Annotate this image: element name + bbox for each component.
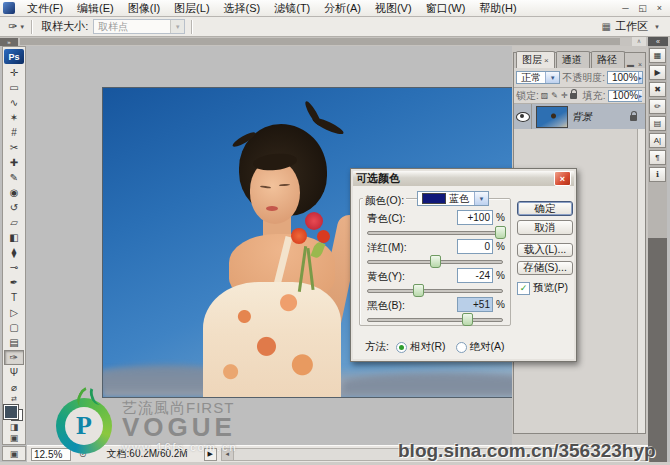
value-input[interactable]: -24 <box>457 268 493 283</box>
zoom-tool[interactable]: ⌀ <box>4 380 24 395</box>
layer-name: 背景 <box>572 110 592 124</box>
menu-layer[interactable]: 图层(L) <box>167 0 216 17</box>
menu-edit[interactable]: 编辑(E) <box>70 0 121 17</box>
load-button[interactable]: 载入(L)... <box>517 243 573 257</box>
dodge-tool[interactable]: ⊸ <box>4 260 24 275</box>
dock-layer-comps-icon[interactable]: ▤ <box>649 116 666 131</box>
slider-thumb[interactable] <box>413 284 424 297</box>
dock-collapse-button[interactable]: « <box>648 37 668 46</box>
slider-track[interactable] <box>367 289 503 293</box>
path-selection-tool[interactable]: ▷ <box>4 305 24 320</box>
relative-radio[interactable]: 相对(R) <box>396 340 446 354</box>
menu-help[interactable]: 帮助(H) <box>472 0 523 17</box>
minimize-button[interactable]: ─ <box>618 2 633 14</box>
eyedropper-tool[interactable]: ✑ <box>4 350 24 365</box>
notes-tool[interactable]: ▤ <box>4 335 24 350</box>
shape-tool[interactable]: ▢ <box>4 320 24 335</box>
quick-selection-tool[interactable]: ✶ <box>4 110 24 125</box>
pen-tool[interactable]: ✒ <box>4 275 24 290</box>
absolute-radio[interactable]: 绝对(A) <box>456 340 505 354</box>
slider-thumb[interactable] <box>430 255 441 268</box>
dock-brushes-icon[interactable]: ✏ <box>649 99 666 114</box>
marquee-tool[interactable]: ▭ <box>4 80 24 95</box>
restore-button[interactable]: ◱ <box>635 2 650 14</box>
separator <box>191 20 193 34</box>
value-input[interactable]: +51 <box>457 297 493 312</box>
type-tool[interactable]: T <box>4 290 24 305</box>
close-button[interactable]: × <box>652 2 667 14</box>
clone-stamp-tool[interactable]: ◉ <box>4 185 24 200</box>
value-input[interactable]: 0 <box>457 239 493 254</box>
hand-tool[interactable]: Ψ <box>4 365 24 380</box>
swap-colors-icon[interactable]: ⇄ <box>4 395 24 403</box>
value-input[interactable]: +100 <box>457 210 493 225</box>
tool-palette: Ps ✛▭∿✶#✂✚✎◉↺▱◧⧫⊸✒T▷▢▤✑Ψ⌀ ⇄ ◨ ▣ <box>2 46 26 445</box>
lasso-tool[interactable]: ∿ <box>4 95 24 110</box>
slider-track[interactable] <box>367 231 503 235</box>
opacity-input[interactable]: 100% ▸ <box>607 71 643 84</box>
slider-thumb[interactable] <box>495 226 506 239</box>
screen-mode-button[interactable]: ▣ <box>4 433 24 444</box>
tab-channels[interactable]: 通道 <box>556 51 590 68</box>
close-icon[interactable]: × <box>554 171 571 186</box>
lock-transparency-icon[interactable]: ▨ <box>541 91 549 100</box>
gradient-tool[interactable]: ◧ <box>4 230 24 245</box>
tab-paths[interactable]: 路径 <box>591 51 625 68</box>
slice-tool[interactable]: ✂ <box>4 140 24 155</box>
layer-row-background[interactable]: 背景 <box>514 104 645 131</box>
chevron-down-icon: ▼ <box>170 20 184 33</box>
save-button[interactable]: 存储(S)... <box>517 261 573 275</box>
menu-analysis[interactable]: 分析(A) <box>317 0 368 17</box>
menu-file[interactable]: 文件(F) <box>20 0 70 17</box>
scroll-up-icon[interactable]: ∧ <box>632 37 646 46</box>
tab-layers[interactable]: 图层× <box>516 51 555 68</box>
menu-view[interactable]: 视图(V) <box>368 0 419 17</box>
tool-preset-arrow-icon[interactable]: ▼ <box>19 24 25 30</box>
dock-info-icon[interactable]: ℹ <box>649 167 666 182</box>
cancel-button[interactable]: 取消 <box>517 220 573 235</box>
quick-mask-button[interactable]: ◨ <box>4 421 24 432</box>
preview-checkbox-row[interactable]: ✓ 预览(P) <box>517 281 568 295</box>
healing-brush-tool[interactable]: ✚ <box>4 155 24 170</box>
eyedropper-icon[interactable]: ✑ <box>8 20 17 33</box>
black-slider-row: 黑色(B): +51 % <box>367 298 503 327</box>
toolbar-expand-button[interactable]: » <box>0 38 18 46</box>
dock-character-icon[interactable]: A| <box>649 133 666 148</box>
fill-input[interactable]: 100% ▸ <box>608 90 642 102</box>
dialog-title-bar[interactable]: 可选颜色 × <box>353 171 574 186</box>
blur-tool[interactable]: ⧫ <box>4 245 24 260</box>
photo-flowers <box>291 228 307 244</box>
panel-scrollbar[interactable] <box>637 129 645 433</box>
crop-tool[interactable]: # <box>4 125 24 140</box>
ok-button[interactable]: 确定 <box>517 201 573 216</box>
dock-paragraph-icon[interactable]: ¶ <box>649 150 666 165</box>
panel-group-controls[interactable]: ▬ × <box>627 61 643 68</box>
eraser-tool[interactable]: ▱ <box>4 215 24 230</box>
menu-window[interactable]: 窗口(W) <box>419 0 473 17</box>
layer-visibility-toggle[interactable] <box>514 104 532 130</box>
layer-thumbnail[interactable] <box>536 106 568 128</box>
menu-image[interactable]: 图像(I) <box>121 0 167 17</box>
slider-thumb[interactable] <box>462 313 473 326</box>
move-tool[interactable]: ✛ <box>4 65 24 80</box>
sample-size-select[interactable]: 取样点 ▼ <box>93 19 185 34</box>
menu-select[interactable]: 选择(S) <box>217 0 268 17</box>
lock-position-icon[interactable]: ✛ <box>561 91 568 100</box>
dock-styles-icon[interactable]: ▶ <box>649 65 666 80</box>
chevron-down-icon: ▼ <box>545 72 559 83</box>
color-select[interactable]: 蓝色 ▼ <box>417 191 489 206</box>
checkbox-checked-icon[interactable]: ✓ <box>517 282 530 295</box>
foreground-color-swatch[interactable] <box>4 405 18 419</box>
brush-tool[interactable]: ✎ <box>4 170 24 185</box>
blend-mode-select[interactable]: 正常 ▼ <box>516 71 560 84</box>
history-brush-tool[interactable]: ↺ <box>4 200 24 215</box>
lock-all-icon[interactable] <box>570 93 577 99</box>
preview-label: 预览(P) <box>533 281 568 295</box>
workspace-button[interactable]: 工作区 <box>615 19 648 34</box>
screen-mode-mini-button[interactable]: ▣ <box>2 446 26 461</box>
lock-pixels-icon[interactable]: ✎ <box>551 91 558 100</box>
dock-animation-icon[interactable]: ▦ <box>649 48 666 63</box>
menu-filter[interactable]: 滤镜(T) <box>267 0 317 17</box>
dock-tool-presets-icon[interactable]: ✖ <box>649 82 666 97</box>
slider-track[interactable] <box>367 318 503 322</box>
